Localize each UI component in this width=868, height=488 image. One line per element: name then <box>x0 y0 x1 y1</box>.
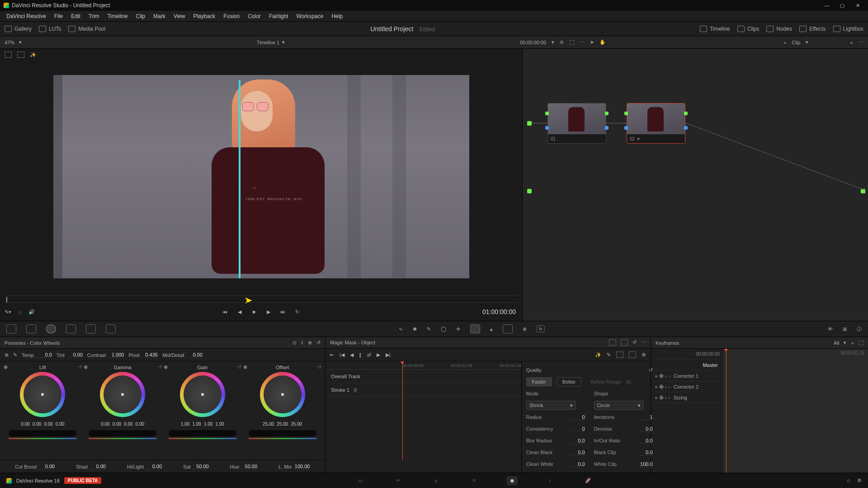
qualifier-icon[interactable]: ✎▾ <box>5 309 11 315</box>
lift-value[interactable]: 0.00 <box>33 422 41 427</box>
reset-icon[interactable]: ↺ <box>317 364 321 370</box>
chevron-right-icon[interactable]: › <box>668 384 670 389</box>
fairlight-page-icon[interactable]: ♪ <box>545 476 556 485</box>
reset-icon[interactable]: ↺ <box>237 364 241 370</box>
media-pool-button[interactable]: Media Pool <box>68 26 105 32</box>
menu-davinci-resolve[interactable]: DaVinci Resolve <box>3 12 50 21</box>
lightbox-button[interactable]: Lightbox <box>833 26 863 32</box>
offset-value[interactable]: 25.00 <box>263 422 274 427</box>
clips-button[interactable]: Clips <box>737 26 760 32</box>
gain-wheel[interactable] <box>180 372 225 417</box>
fusion-page-icon[interactable]: ⚛ <box>469 476 480 485</box>
eraser-icon[interactable]: ✎ <box>607 352 611 358</box>
gain-value[interactable]: 1.00 <box>204 422 212 427</box>
chevron-right-icon[interactable]: › <box>668 395 670 400</box>
show-overlay-icon[interactable] <box>616 352 623 358</box>
curves-icon[interactable]: ∿ <box>399 326 403 332</box>
offset-jog[interactable] <box>249 430 316 436</box>
nodes-button[interactable]: Nodes <box>766 26 792 32</box>
keyframe-timeline[interactable]: 00:00:02:18 <box>723 349 868 473</box>
timeline-button[interactable]: Timeline <box>700 26 730 32</box>
gain-jog[interactable] <box>169 430 236 436</box>
motion-effects-icon[interactable] <box>106 324 116 333</box>
menu-workspace[interactable]: Workspace <box>293 12 327 21</box>
blur-icon[interactable]: ▴ <box>490 326 493 332</box>
log-mode-icon[interactable]: ⊕ <box>308 340 312 346</box>
media-page-icon[interactable]: ▭ <box>355 476 366 485</box>
node-source-rgb[interactable] <box>527 121 532 126</box>
more-icon[interactable]: ⋯ <box>641 339 646 346</box>
track-stop-icon[interactable]: ‖ <box>359 352 362 358</box>
split-screen-icon[interactable] <box>17 52 24 58</box>
wheels-mode-icon[interactable]: ⊙ <box>292 340 297 346</box>
gamma-jog[interactable] <box>89 430 156 436</box>
video-frame[interactable]: ~ 1989 EST. BROOKLYN, NYC <box>53 75 469 278</box>
bypass-icon[interactable]: ⊘ <box>560 39 564 45</box>
track-back-one-icon[interactable]: |◀ <box>340 352 344 358</box>
invert-icon[interactable] <box>629 352 636 358</box>
clip-mode[interactable]: Clip <box>792 40 800 45</box>
reset-icon[interactable]: ↺ <box>316 340 321 346</box>
chevron-left-icon[interactable]: ‹ <box>665 395 667 400</box>
gamma-wheel[interactable] <box>100 372 145 417</box>
keyframe-row[interactable]: ●‹›Corrector 2 <box>651 381 723 392</box>
lift-value[interactable]: 0.00 <box>56 422 64 427</box>
offset-value[interactable]: 25.00 <box>291 422 302 427</box>
mask-timeline[interactable]: 00:00:00:00 00:00:01:08 00:00:02:16 Over… <box>326 361 522 473</box>
track-back-all-icon[interactable]: ⇤ <box>330 352 334 358</box>
menu-mark[interactable]: Mark <box>150 12 169 21</box>
mask-playhead[interactable] <box>402 361 403 460</box>
transport-timecode[interactable]: 01:00:00:00 <box>482 308 516 315</box>
timeline-name[interactable]: Timeline 1 <box>257 40 279 45</box>
hdr-wheels-icon[interactable] <box>66 324 76 333</box>
expand-icon[interactable]: ⛶ <box>859 340 863 346</box>
hand-icon[interactable]: ✋ <box>599 39 606 45</box>
viewer-zoom[interactable]: 47% <box>5 40 14 45</box>
keyframe-diamond-icon[interactable] <box>659 373 664 378</box>
reset-icon[interactable]: ↺ <box>158 364 162 370</box>
effects-button[interactable]: Effects <box>799 26 826 32</box>
menu-help[interactable]: Help <box>328 12 346 21</box>
lift-wheel[interactable] <box>20 372 65 417</box>
gain-value[interactable]: 1.00 <box>181 422 189 427</box>
gallery-button[interactable]: Gallery <box>5 26 32 32</box>
deliver-page-icon[interactable]: 🚀 <box>583 476 594 485</box>
chevron-right-icon[interactable]: › <box>668 373 670 379</box>
offset-wheel[interactable] <box>260 372 305 417</box>
chevron-down-icon[interactable]: ▾ <box>806 39 808 45</box>
home-icon[interactable]: ⌂ <box>847 478 850 483</box>
faster-button[interactable]: Faster <box>526 377 552 386</box>
color-page-icon[interactable]: ◉ <box>507 476 518 485</box>
shape-dropdown[interactable]: Circle▾ <box>594 401 644 410</box>
key-icon[interactable] <box>503 324 513 333</box>
chevron-down-icon[interactable]: ▾ <box>19 39 22 45</box>
close-button[interactable]: ✕ <box>851 1 864 10</box>
stop-button[interactable]: ■ <box>250 308 258 316</box>
node-01[interactable]: 01 <box>547 103 606 144</box>
magic-wand-icon[interactable]: ✨ <box>30 52 36 58</box>
expand-icon[interactable]: ⛶ <box>569 40 574 45</box>
wheel-picker-icon[interactable]: ⊕ <box>4 364 8 370</box>
keyframes-filter[interactable]: All <box>834 340 839 346</box>
menu-view[interactable]: View <box>170 12 189 21</box>
mask-stroke[interactable] <box>239 80 241 278</box>
reset-icon[interactable]: ↺ <box>78 364 82 370</box>
scopes-icon[interactable]: 👁 <box>828 326 833 332</box>
menu-timeline[interactable]: Timeline <box>104 12 131 21</box>
gamma-value[interactable]: 0.00 <box>136 422 144 427</box>
menu-clip[interactable]: Clip <box>132 12 149 21</box>
fx-icon[interactable]: fx <box>537 325 544 333</box>
pointer-icon[interactable]: ➤ <box>590 39 594 45</box>
gamma-value[interactable]: 0.00 <box>101 422 109 427</box>
luts-button[interactable]: LUTs <box>39 26 61 32</box>
cut-page-icon[interactable]: ✂ <box>393 476 404 485</box>
next-clip-button[interactable]: ⏭ <box>279 308 287 316</box>
wheel-picker-icon[interactable]: ⊕ <box>243 364 247 370</box>
bars-mode-icon[interactable]: ⦀ <box>301 340 303 346</box>
keyframe-playhead[interactable] <box>726 349 726 473</box>
wheel-picker-icon[interactable]: ⊕ <box>164 364 168 370</box>
step-back-button[interactable]: ◀ <box>236 308 244 316</box>
awb-icon[interactable]: ✎ <box>13 352 17 358</box>
track-overall[interactable]: Overall Track <box>326 370 521 383</box>
viewer-timecode[interactable]: 00:00:00:00 <box>520 40 546 45</box>
